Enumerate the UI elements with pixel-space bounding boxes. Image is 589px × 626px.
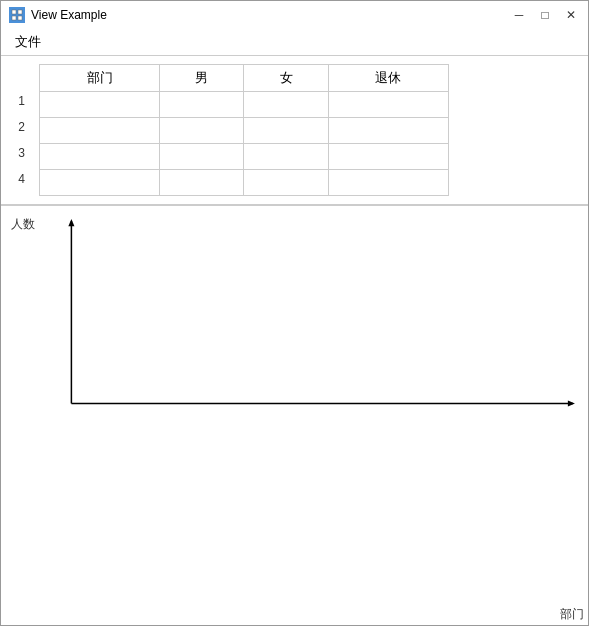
cell-4-1[interactable]: [40, 170, 160, 196]
svg-rect-0: [12, 10, 16, 14]
cell-1-1[interactable]: [40, 92, 160, 118]
col-header-male: 男: [160, 65, 244, 92]
cell-2-3[interactable]: [244, 118, 328, 144]
col-header-dept: 部门: [40, 65, 160, 92]
table-row: [40, 170, 449, 196]
table-row: [40, 118, 449, 144]
main-window: View Example ─ □ ✕ 文件 1 2 3 4: [0, 0, 589, 626]
cell-2-2[interactable]: [160, 118, 244, 144]
table-row: [40, 144, 449, 170]
cell-4-4[interactable]: [328, 170, 448, 196]
svg-marker-7: [568, 400, 575, 406]
cell-2-4[interactable]: [328, 118, 448, 144]
window-title: View Example: [31, 8, 107, 22]
cell-3-2[interactable]: [160, 144, 244, 170]
cell-3-1[interactable]: [40, 144, 160, 170]
svg-rect-3: [18, 16, 22, 20]
window-controls: ─ □ ✕: [510, 6, 580, 24]
top-panel: 1 2 3 4 部门 男 女 退休: [1, 56, 588, 206]
close-button[interactable]: ✕: [562, 6, 580, 24]
bottom-panel: 人数 部门: [1, 206, 588, 625]
cell-3-4[interactable]: [328, 144, 448, 170]
title-bar: View Example ─ □ ✕: [1, 1, 588, 29]
title-bar-left: View Example: [9, 7, 107, 23]
chart-area: 人数 部门: [41, 216, 578, 605]
svg-marker-6: [68, 219, 74, 226]
maximize-button[interactable]: □: [536, 6, 554, 24]
chart-x-label: 部门: [560, 606, 584, 623]
app-icon: [9, 7, 25, 23]
data-table: 部门 男 女 退休: [39, 64, 449, 196]
cell-1-3[interactable]: [244, 92, 328, 118]
row-numbers: 1 2 3 4: [13, 88, 29, 192]
svg-rect-1: [18, 10, 22, 14]
content-area: 1 2 3 4 部门 男 女 退休: [1, 56, 588, 625]
table-wrapper: 1 2 3 4 部门 男 女 退休: [13, 60, 580, 196]
minimize-button[interactable]: ─: [510, 6, 528, 24]
row-num-4: 4: [13, 166, 29, 192]
cell-4-2[interactable]: [160, 170, 244, 196]
row-num-2: 2: [13, 114, 29, 140]
cell-3-3[interactable]: [244, 144, 328, 170]
svg-rect-2: [12, 16, 16, 20]
cell-2-1[interactable]: [40, 118, 160, 144]
chart-y-label: 人数: [11, 216, 35, 233]
chart-svg: [41, 216, 578, 419]
table-row: [40, 92, 449, 118]
menu-item-file[interactable]: 文件: [9, 31, 47, 53]
cell-4-3[interactable]: [244, 170, 328, 196]
row-num-3: 3: [13, 140, 29, 166]
row-num-1: 1: [13, 88, 29, 114]
menu-bar: 文件: [1, 29, 588, 56]
col-header-female: 女: [244, 65, 328, 92]
cell-1-2[interactable]: [160, 92, 244, 118]
col-header-retired: 退休: [328, 65, 448, 92]
cell-1-4[interactable]: [328, 92, 448, 118]
